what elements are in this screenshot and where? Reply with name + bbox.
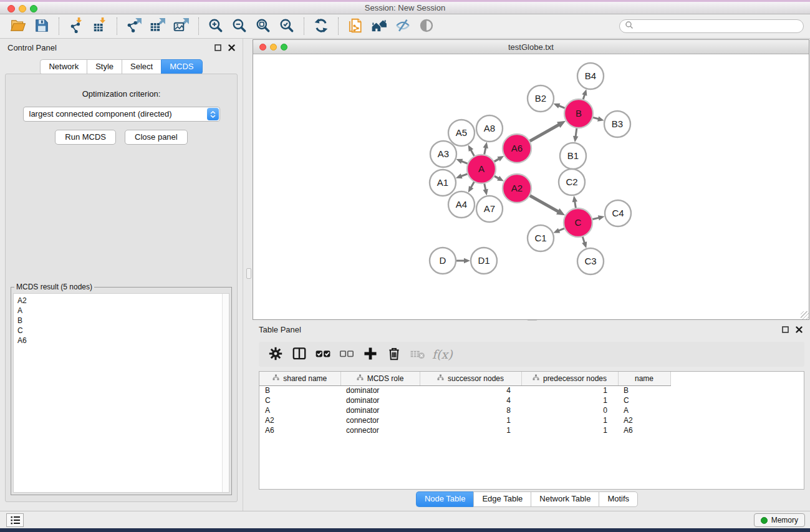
graph-edge-A6-B[interactable]	[529, 124, 560, 141]
table-row[interactable]: A6connector11A6	[259, 425, 670, 435]
graph-node-A2[interactable]: A2	[503, 174, 531, 203]
close-panel-icon[interactable]	[228, 44, 235, 51]
minimize-window-button[interactable]	[19, 5, 26, 12]
network-zoom-button[interactable]	[281, 44, 287, 51]
tab-network-table[interactable]: Network Table	[531, 491, 599, 507]
cell-successor-nodes[interactable]: 1	[420, 425, 521, 435]
cell-predecessor-nodes[interactable]: 1	[521, 395, 618, 405]
float-panel-icon[interactable]	[215, 44, 221, 51]
cell-name[interactable]: A	[618, 405, 670, 415]
zoom-in-button[interactable]	[204, 16, 228, 37]
cell-name[interactable]: A2	[618, 415, 670, 425]
graph-node-C2[interactable]: C2	[559, 169, 585, 195]
cell-shared-name[interactable]: C	[259, 395, 340, 405]
cell-successor-nodes[interactable]: 4	[420, 385, 521, 395]
table-row[interactable]: Adominator80A	[259, 405, 670, 415]
tab-style[interactable]: Style	[87, 59, 122, 75]
cell-successor-nodes[interactable]: 8	[420, 405, 521, 415]
cell-shared-name[interactable]: B	[259, 385, 340, 395]
graph-node-A6[interactable]: A6	[503, 134, 531, 163]
criterion-select[interactable]: largest connected component (directed)	[23, 107, 220, 122]
delete-column-button[interactable]	[382, 343, 406, 365]
home-button[interactable]	[367, 16, 391, 37]
graph-node-B3[interactable]: B3	[604, 111, 630, 137]
tab-node-table[interactable]: Node Table	[416, 491, 474, 507]
graph-node-A[interactable]: A	[467, 155, 496, 183]
save-session-button[interactable]	[30, 16, 54, 37]
import-table-button[interactable]	[88, 16, 112, 37]
cell-MCDS-role[interactable]: dominator	[340, 405, 420, 415]
cell-MCDS-role[interactable]: dominator	[340, 395, 420, 405]
graph-node-C1[interactable]: C1	[528, 225, 554, 251]
result-list-item[interactable]: A	[17, 306, 218, 316]
close-window-button[interactable]	[7, 5, 15, 12]
export-network-button[interactable]	[122, 16, 146, 37]
zoom-window-button[interactable]	[30, 5, 37, 12]
cell-successor-nodes[interactable]: 4	[420, 395, 521, 405]
graph-node-B2[interactable]: B2	[528, 85, 554, 112]
column-header-MCDS-role[interactable]: MCDS role	[340, 372, 420, 385]
graph-node-B[interactable]: B	[564, 99, 593, 128]
tab-network[interactable]: Network	[40, 59, 87, 75]
network-window-titlebar[interactable]: testGlobe.txt	[253, 40, 809, 54]
graph-node-A7[interactable]: A7	[476, 196, 503, 222]
memory-button[interactable]: Memory	[754, 513, 805, 527]
graph-node-A4[interactable]: A4	[448, 191, 475, 218]
zoom-fit-button[interactable]	[251, 16, 275, 37]
contrast-eye-button[interactable]	[415, 16, 438, 37]
table-row[interactable]: Cdominator41C	[259, 395, 670, 405]
network-close-button[interactable]	[259, 44, 266, 51]
add-column-button[interactable]	[359, 343, 382, 365]
column-header-predecessor-nodes[interactable]: predecessor nodes	[521, 372, 618, 385]
export-table-button[interactable]	[146, 16, 170, 37]
window-resize-grip[interactable]	[801, 311, 809, 319]
graph-node-C[interactable]: C	[564, 208, 592, 237]
cell-shared-name[interactable]: A2	[259, 415, 340, 425]
cell-predecessor-nodes[interactable]: 0	[521, 405, 618, 415]
tab-motifs[interactable]: Motifs	[599, 491, 638, 507]
table-row[interactable]: A2connector11A2	[259, 415, 670, 425]
export-image-button[interactable]	[170, 16, 193, 37]
tab-select[interactable]: Select	[122, 59, 161, 75]
column-header-name[interactable]: name	[618, 372, 670, 385]
unselect-all-columns-button[interactable]	[335, 343, 359, 365]
network-canvas[interactable]: B4B2BB3A5A8A6A3B1AA1C2A2A4A7C4CC1C3DD1	[253, 55, 809, 319]
cell-predecessor-nodes[interactable]: 1	[521, 385, 618, 395]
search-input[interactable]	[636, 21, 798, 31]
cell-name[interactable]: B	[618, 385, 670, 395]
graph-node-D1[interactable]: D1	[471, 248, 497, 274]
cell-shared-name[interactable]: A	[259, 405, 340, 415]
result-list-item[interactable]: A2	[17, 296, 218, 306]
zoom-out-button[interactable]	[228, 16, 251, 37]
network-file-button[interactable]	[344, 16, 367, 37]
graph-node-C4[interactable]: C4	[605, 200, 631, 226]
graph-node-A3[interactable]: A3	[430, 141, 456, 167]
search-field[interactable]	[619, 19, 804, 33]
hide-details-button[interactable]	[391, 16, 415, 37]
graph-edge-A2-C[interactable]	[529, 195, 559, 212]
network-minimize-button[interactable]	[270, 44, 277, 51]
column-header-shared-name[interactable]: shared name	[259, 372, 340, 385]
column-layout-button[interactable]	[287, 343, 311, 365]
settings-gear-button[interactable]	[264, 343, 287, 365]
cell-name[interactable]: C	[618, 395, 670, 405]
cell-MCDS-role[interactable]: dominator	[340, 385, 420, 395]
graph-node-B1[interactable]: B1	[560, 143, 586, 169]
cell-name[interactable]: A6	[618, 425, 670, 435]
tab-edge-table[interactable]: Edge Table	[473, 491, 531, 507]
cell-MCDS-role[interactable]: connector	[340, 425, 420, 435]
run-mcds-button[interactable]: Run MCDS	[55, 130, 116, 145]
graph-node-B4[interactable]: B4	[577, 63, 604, 89]
column-header-successor-nodes[interactable]: successor nodes	[420, 372, 521, 385]
cell-predecessor-nodes[interactable]: 1	[521, 425, 618, 435]
select-all-columns-button[interactable]	[311, 343, 335, 365]
result-list-item[interactable]: C	[17, 326, 218, 336]
cell-successor-nodes[interactable]: 1	[420, 415, 521, 425]
open-session-button[interactable]	[6, 16, 30, 37]
cell-shared-name[interactable]: A6	[259, 425, 340, 435]
list-scrollbar[interactable]	[222, 294, 229, 492]
apply-layout-button[interactable]	[309, 16, 333, 37]
cell-predecessor-nodes[interactable]: 1	[521, 415, 618, 425]
graph-node-D[interactable]: D	[430, 248, 456, 274]
import-network-button[interactable]	[64, 16, 88, 37]
